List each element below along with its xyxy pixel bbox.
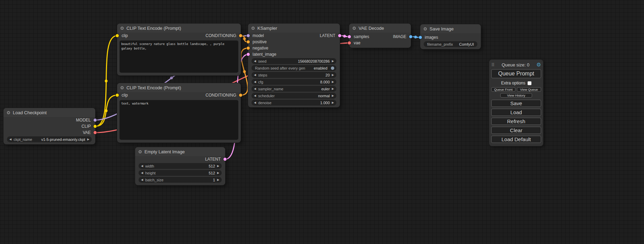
widget-value: 1 — [213, 178, 215, 182]
input-slot-latent-image[interactable] — [247, 53, 250, 56]
output-slot-latent[interactable] — [338, 34, 341, 37]
node-titlebar[interactable]: KSampler — [248, 24, 340, 33]
widget-label: scheduler — [258, 94, 275, 98]
output-label-latent: LATENT — [320, 33, 335, 38]
width-widget[interactable]: ◀ width 512 ▶ — [139, 163, 222, 169]
collapse-dot-icon[interactable] — [353, 27, 356, 30]
input-slot-negative[interactable] — [247, 47, 250, 50]
node-save-image[interactable]: Save Image images filename_prefix ComfyU… — [420, 24, 481, 49]
output-slot-vae[interactable] — [94, 131, 97, 134]
load-button[interactable]: Load — [491, 109, 541, 116]
collapse-dot-icon[interactable] — [424, 27, 427, 30]
seed-widget[interactable]: ◀ seed 156680208700286 ▶ — [252, 58, 336, 64]
decrement-arrow-icon[interactable]: ◀ — [254, 94, 256, 97]
output-slot-conditioning[interactable] — [239, 34, 242, 37]
input-label-clip: clip — [122, 33, 128, 38]
input-label-samples: samples — [354, 34, 369, 39]
widget-value: 512 — [209, 164, 215, 168]
increment-arrow-icon[interactable]: ▶ — [87, 138, 89, 141]
queue-prompt-button[interactable]: Queue Prompt — [491, 69, 541, 78]
input-slot-samples[interactable] — [348, 35, 351, 38]
input-slot-clip[interactable] — [116, 94, 119, 97]
output-slot-image[interactable] — [409, 35, 412, 38]
input-slot-clip[interactable] — [116, 34, 119, 37]
queue-front-button[interactable]: Queue Front — [491, 87, 515, 92]
node-titlebar[interactable]: Load Checkpoint — [3, 108, 95, 117]
random-seed-toggle-icon[interactable] — [331, 66, 334, 70]
node-titlebar[interactable]: Save Image — [420, 24, 481, 33]
drag-handle-icon[interactable]: ⠿ — [491, 62, 495, 67]
decrement-arrow-icon[interactable]: ◀ — [141, 165, 143, 168]
cfg-widget[interactable]: ◀ cfg 8.000 ▶ — [252, 79, 336, 85]
increment-arrow-icon[interactable]: ▶ — [332, 94, 334, 97]
clear-button[interactable]: Clear — [491, 127, 541, 134]
node-titlebar[interactable]: CLIP Text Encode (Prompt) — [117, 24, 241, 33]
sampler-name-widget[interactable]: ◀ sampler_name euler ▶ — [252, 86, 336, 92]
output-slot-latent[interactable] — [223, 158, 227, 161]
output-slot-conditioning[interactable] — [239, 94, 242, 97]
collapse-dot-icon[interactable] — [139, 150, 142, 153]
random-seed-widget[interactable]: Random seed after every gen enabled — [252, 65, 336, 71]
input-slot-model[interactable] — [247, 34, 250, 37]
decrement-arrow-icon[interactable]: ◀ — [254, 81, 256, 83]
node-clip-text-encode-positive[interactable]: CLIP Text Encode (Prompt) clip CONDITION… — [117, 24, 241, 75]
load-default-button[interactable]: Load Default — [491, 136, 541, 143]
node-titlebar[interactable]: Empty Latent Image — [135, 147, 225, 156]
height-widget[interactable]: ◀ height 512 ▶ — [139, 170, 222, 176]
increment-arrow-icon[interactable]: ▶ — [332, 74, 334, 76]
input-slot-vae[interactable] — [348, 42, 351, 45]
node-load-checkpoint[interactable]: Load Checkpoint MODEL CLIP VAE ◀ ckpt_na… — [3, 108, 95, 144]
decrement-arrow-icon[interactable]: ◀ — [254, 60, 256, 63]
node-vae-decode[interactable]: VAE Decode samples IMAGE vae — [349, 24, 411, 48]
node-ksampler[interactable]: KSampler model LATENT positive negative … — [248, 24, 340, 107]
collapse-dot-icon[interactable] — [252, 27, 255, 30]
collapse-dot-icon[interactable] — [121, 86, 124, 89]
increment-arrow-icon[interactable]: ▶ — [217, 172, 219, 174]
node-clip-text-encode-negative[interactable]: CLIP Text Encode (Prompt) clip CONDITION… — [117, 83, 241, 143]
view-history-button[interactable]: View History — [500, 93, 532, 98]
input-slot-positive[interactable] — [247, 40, 250, 44]
node-empty-latent-image[interactable]: Empty Latent Image LATENT ◀ width 512 ▶ … — [135, 147, 225, 185]
increment-arrow-icon[interactable]: ▶ — [332, 81, 334, 83]
scheduler-widget[interactable]: ◀ scheduler normal ▶ — [252, 93, 336, 99]
slot-row: clip CONDITIONING — [117, 92, 241, 98]
extra-options-checkbox[interactable] — [528, 81, 531, 85]
output-label-latent: LATENT — [205, 157, 221, 162]
increment-arrow-icon[interactable]: ▶ — [217, 165, 219, 168]
node-titlebar[interactable]: VAE Decode — [349, 24, 411, 33]
steps-widget[interactable]: ◀ steps 20 ▶ — [252, 72, 336, 78]
decrement-arrow-icon[interactable]: ◀ — [141, 172, 143, 174]
refresh-button[interactable]: Refresh — [491, 118, 541, 125]
decrement-arrow-icon[interactable]: ◀ — [254, 101, 256, 104]
denoise-widget[interactable]: ◀ denoise 1.000 ▶ — [252, 100, 336, 106]
decrement-arrow-icon[interactable]: ◀ — [254, 88, 256, 90]
save-button[interactable]: Save — [491, 100, 541, 107]
node-titlebar[interactable]: CLIP Text Encode (Prompt) — [117, 83, 241, 92]
widget-value: ComfyUI — [459, 42, 474, 46]
collapse-dot-icon[interactable] — [7, 111, 10, 114]
view-queue-button[interactable]: View Queue — [517, 87, 541, 92]
node-title: Save Image — [430, 26, 453, 31]
settings-gear-icon[interactable]: ⚙ — [537, 62, 541, 68]
increment-arrow-icon[interactable]: ▶ — [217, 179, 219, 181]
input-slot-images[interactable] — [419, 36, 422, 39]
decrement-arrow-icon[interactable]: ◀ — [254, 74, 256, 76]
decrement-arrow-icon[interactable]: ◀ — [9, 138, 11, 141]
widget-value: euler — [321, 87, 329, 91]
output-slot-clip[interactable] — [94, 125, 97, 128]
filename-prefix-widget[interactable]: filename_prefix ComfyUI — [424, 41, 477, 47]
positive-prompt-textarea[interactable]: beautiful scenery nature glass bottle la… — [120, 40, 238, 73]
collapse-dot-icon[interactable] — [121, 27, 124, 30]
slot-row: positive — [248, 39, 340, 45]
batch-size-widget[interactable]: ◀ batch_size 1 ▶ — [139, 177, 222, 183]
ckpt-name-widget[interactable]: ◀ ckpt_name v1-5-pruned-emaonly.ckpt ▶ — [7, 136, 92, 142]
graph-canvas[interactable]: Load Checkpoint MODEL CLIP VAE ◀ ckpt_na… — [0, 0, 644, 244]
increment-arrow-icon[interactable]: ▶ — [332, 101, 334, 104]
output-slot-model[interactable] — [94, 119, 97, 122]
widget-label: height — [145, 171, 156, 175]
increment-arrow-icon[interactable]: ▶ — [332, 88, 334, 90]
decrement-arrow-icon[interactable]: ◀ — [141, 179, 143, 181]
widget-label: filename_prefix — [427, 42, 453, 46]
negative-prompt-textarea[interactable]: text, watermark — [120, 100, 238, 140]
increment-arrow-icon[interactable]: ▶ — [332, 60, 334, 63]
